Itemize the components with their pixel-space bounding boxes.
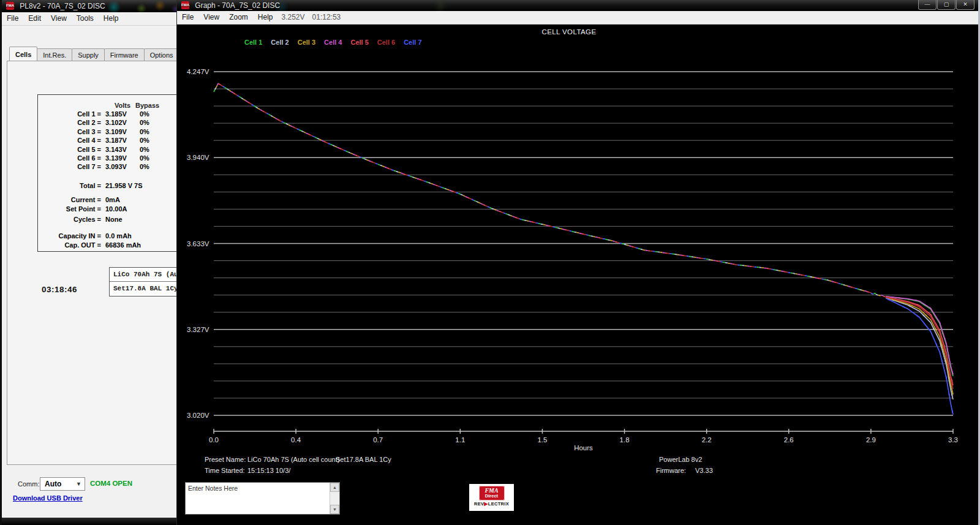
menu-item-help[interactable]: Help	[253, 11, 278, 24]
cell-bypass: 0%	[140, 127, 160, 136]
download-usb-driver-link[interactable]: Download USB Driver	[13, 494, 83, 502]
preset-name-label: Preset Name:	[205, 456, 246, 463]
revolectrix-wordmark: REV▶LECTRIX	[469, 501, 514, 507]
menu-item-file[interactable]: File	[177, 11, 198, 24]
graph-window-title: Graph - 70A_7S_02 DISC	[195, 1, 280, 10]
series-dashed-4	[214, 83, 953, 375]
series-dashed-6	[214, 83, 953, 388]
menu-item-file[interactable]: File	[2, 12, 23, 25]
cell-reading-row: Cell 6 =3.139V0%	[38, 154, 179, 162]
tab-options[interactable]: Options	[144, 48, 179, 62]
series-knee-5	[886, 297, 953, 385]
voltage-plot: 4.247V3.940V3.633V3.327V3.020V0.00.40.71…	[177, 55, 979, 459]
status-voltage: 3.252V	[278, 11, 309, 24]
tab-firmware[interactable]: Firmware	[104, 48, 145, 62]
maximize-button[interactable]: ▢	[937, 0, 956, 10]
notes-scrollbar[interactable]: ▲ ▼	[330, 483, 339, 514]
cell-label: Cell 3 =	[38, 127, 101, 136]
series-knee-7	[886, 298, 953, 415]
summary-label: Current =	[38, 195, 101, 204]
summary-label: Cycles =	[38, 215, 101, 224]
minimize-button[interactable]: —	[918, 0, 937, 10]
legend-item-cell-4: Cell 4	[324, 39, 342, 46]
chevron-down-icon: ▼	[76, 478, 81, 490]
cell-reading-row: Cell 5 =3.143V0%	[38, 145, 179, 154]
x-tick-label: 0.4	[291, 436, 301, 444]
firmware-value: V3.33	[695, 467, 713, 474]
x-tick-label: 1.5	[537, 436, 547, 444]
summary-row: Current =0mA	[38, 195, 179, 204]
x-tick-label: 1.8	[620, 436, 630, 444]
x-tick-label: 2.9	[866, 436, 876, 444]
cell-reading-row: Cell 4 =3.187V0%	[38, 136, 179, 145]
legend-item-cell-7: Cell 7	[404, 39, 421, 46]
cell-bypass: 0%	[140, 145, 160, 154]
tab-supply[interactable]: Supply	[72, 48, 105, 62]
menu-item-zoom[interactable]: Zoom	[224, 11, 253, 24]
time-started-label: Time Started:	[205, 467, 245, 474]
fma-app-icon: FMA	[181, 1, 189, 9]
time-started-value: 15:15:13 10/3/	[247, 467, 290, 474]
summary-label: Cap. OUT =	[38, 241, 101, 249]
notes-textarea[interactable]: Enter Notes Here ▲ ▼	[185, 482, 340, 515]
cell-rows: Cell 1 =3.185V0%Cell 2 =3.102V0%Cell 3 =…	[38, 110, 179, 172]
summary-label: Capacity IN =	[38, 232, 101, 240]
summary-value: 10.00A	[101, 205, 179, 213]
summary-row: Total =21.958 V 7S	[38, 181, 179, 190]
x-tick-label: 3.3	[948, 436, 958, 444]
active-preset-box[interactable]: LiCo 70Ah 7S (Auto cell count) Set17.8A …	[109, 267, 179, 296]
comm-row: Comm: Auto ▼ COM4 OPEN	[2, 477, 179, 492]
pl8v2-client-area: CellsInt.Res.SupplyFirmwareOptionsPreset…	[2, 26, 179, 518]
y-axis-label: 3.633V	[187, 240, 209, 247]
comm-port-select[interactable]: Auto ▼	[40, 477, 85, 491]
menu-item-view[interactable]: View	[46, 12, 72, 25]
legend-item-cell-2: Cell 2	[271, 39, 288, 46]
cell-volts: 3.187V	[101, 136, 140, 145]
cell-reading-row: Cell 1 =3.185V0%	[38, 110, 179, 118]
x-axis-title: Hours	[574, 444, 593, 451]
cell-reading-row: Cell 2 =3.102V0%	[38, 118, 179, 127]
cell-volts: 3.143V	[101, 145, 140, 154]
comm-label: Comm:	[18, 480, 39, 488]
cell-label: Cell 6 =	[38, 154, 101, 162]
summary-label: Total =	[38, 181, 101, 190]
legend-item-cell-3: Cell 3	[298, 39, 315, 46]
cell-volts: 3.102V	[101, 118, 140, 127]
menu-item-edit[interactable]: Edit	[23, 12, 46, 25]
cell-volts: 3.109V	[101, 127, 140, 136]
firmware-label: Firmware:	[656, 467, 686, 474]
pl8v2-menubar: FileEditViewToolsHelp	[2, 12, 179, 26]
chart-legend: Cell 1Cell 2Cell 3Cell 4Cell 5Cell 6Cell…	[244, 39, 431, 46]
scroll-up-icon[interactable]: ▲	[330, 483, 339, 492]
summary-value: 0.0 mAh	[101, 232, 179, 240]
series-dashed-1	[214, 83, 953, 376]
cell-bypass: 0%	[140, 162, 160, 171]
legend-item-cell-6: Cell 6	[377, 39, 395, 46]
menu-item-tools[interactable]: Tools	[72, 12, 99, 25]
cell-volts: 3.185V	[101, 110, 140, 118]
cell-bypass: 0%	[140, 110, 160, 118]
device-name: PowerLab 8v2	[659, 456, 702, 463]
notes-text: Enter Notes Here	[188, 485, 238, 492]
x-tick-label: 2.2	[702, 436, 712, 444]
tab-cells[interactable]: Cells	[9, 47, 37, 62]
x-tick-label: 0.0	[209, 436, 219, 444]
scroll-down-icon[interactable]: ▼	[330, 505, 339, 514]
close-button[interactable]: ✕	[956, 0, 974, 10]
summary-label: Set Point =	[38, 205, 101, 213]
summary-row: Cap. OUT =66836 mAh	[38, 241, 179, 249]
comm-status: COM4 OPEN	[90, 480, 132, 487]
fma-direct-badge: FMA Direct	[479, 486, 505, 500]
summary-value: 66836 mAh	[101, 241, 179, 249]
graph-window: FMA Graph - 70A_7S_02 DISC —▢✕ FileViewZ…	[176, 0, 980, 525]
tab-intres[interactable]: Int.Res.	[37, 48, 72, 62]
chart-title: CELL VOLTAGE	[177, 28, 961, 36]
elapsed-time: 03:18:46	[42, 285, 77, 294]
cell-bypass: 0%	[140, 118, 160, 127]
series-dashed-3	[214, 83, 953, 395]
legend-item-cell-1: Cell 1	[244, 39, 262, 46]
cells-tab-panel: Volts Bypass Cell 1 =3.185V0%Cell 2 =3.1…	[7, 61, 179, 465]
menu-item-help[interactable]: Help	[99, 12, 124, 25]
menu-item-view[interactable]: View	[198, 11, 224, 24]
summary-row: Capacity IN =0.0 mAh	[38, 232, 179, 240]
